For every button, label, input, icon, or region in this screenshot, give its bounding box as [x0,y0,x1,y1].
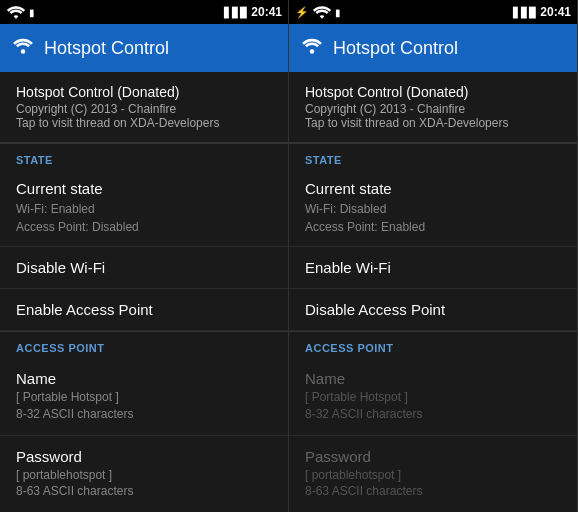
current-state-right[interactable]: Current state Wi-Fi: Disabled Access Poi… [289,170,577,247]
disable-wifi-title-left: Disable Wi-Fi [16,259,272,276]
title-bar-right: Hotspot Control [289,24,577,72]
status-icons-left: ▮ [6,4,35,20]
app-link-right: Tap to visit thread on XDA-Developers [305,116,561,130]
app-copyright-right: Copyright (C) 2013 - Chainfire [305,102,561,116]
ap-name-sub-right: [ Portable Hotspot ] 8-32 ASCII characte… [305,389,561,423]
hotspot-icon-left [12,37,34,60]
ap-password-right: Password [ portablehotspot ] 8-63 ASCII … [289,436,577,512]
battery-icon-right: ▮ [335,7,341,18]
hotspot-icon-right [301,37,323,60]
ap-password-left[interactable]: Password [ portablehotspot ] 8-63 ASCII … [0,436,288,512]
enable-wifi-title-right: Enable Wi-Fi [305,259,561,276]
ap-header-right: ACCESS POINT [289,331,577,358]
signal-icon-right: ▋▊▉ [513,7,537,18]
current-state-title-right: Current state [305,180,561,197]
app-title-right: Hotspot Control (Donated) [305,84,561,100]
enable-wifi-right[interactable]: Enable Wi-Fi [289,247,577,289]
ap-name-right: Name [ Portable Hotspot ] 8-32 ASCII cha… [289,358,577,436]
disable-ap-right[interactable]: Disable Access Point [289,289,577,331]
title-text-left: Hotspot Control [44,38,169,59]
status-right-right: ▋▊▉ 20:41 [513,5,571,19]
enable-ap-title-left: Enable Access Point [16,301,272,318]
ap-password-title-right: Password [305,448,561,465]
enable-ap-left[interactable]: Enable Access Point [0,289,288,331]
app-link-left: Tap to visit thread on XDA-Developers [16,116,272,130]
app-copyright-left: Copyright (C) 2013 - Chainfire [16,102,272,116]
content-left: Hotspot Control (Donated) Copyright (C) … [0,72,288,512]
state-header-left: STATE [0,143,288,170]
status-bar-left: ▮ ▋▊▉ 20:41 [0,0,288,24]
signal-icon-left: ▋▊▉ [224,7,248,18]
ap-name-sub-left: [ Portable Hotspot ] 8-32 ASCII characte… [16,389,272,423]
ap-name-title-left: Name [16,370,272,387]
battery-icon-left: ▮ [29,7,35,18]
ap-name-left[interactable]: Name [ Portable Hotspot ] 8-32 ASCII cha… [0,358,288,436]
panel-left: ▮ ▋▊▉ 20:41 Hotspot Control Hotspot Cont… [0,0,289,512]
ap-password-title-left: Password [16,448,272,465]
status-right-left: ▋▊▉ 20:41 [224,5,282,19]
ap-name-title-right: Name [305,370,561,387]
app-info-left[interactable]: Hotspot Control (Donated) Copyright (C) … [0,72,288,143]
ap-password-sub-left: [ portablehotspot ] 8-63 ASCII character… [16,467,272,501]
disable-ap-title-right: Disable Access Point [305,301,561,318]
wifi-status-right: Wi-Fi: Disabled Access Point: Enabled [305,200,561,236]
svg-point-1 [310,49,315,54]
state-header-right: STATE [289,143,577,170]
status-time-left: 20:41 [251,5,282,19]
content-right: Hotspot Control (Donated) Copyright (C) … [289,72,577,512]
status-time-right: 20:41 [540,5,571,19]
wifi-status-icon [6,4,26,20]
panel-right: ⚡ ▮ ▋▊▉ 20:41 Hotspot Control Hotsp [289,0,578,512]
app-title-left: Hotspot Control (Donated) [16,84,272,100]
usb-icon-right: ⚡ [295,6,309,19]
status-icons-right: ⚡ ▮ [295,4,341,20]
current-state-left[interactable]: Current state Wi-Fi: Enabled Access Poin… [0,170,288,247]
disable-wifi-left[interactable]: Disable Wi-Fi [0,247,288,289]
status-bar-right: ⚡ ▮ ▋▊▉ 20:41 [289,0,577,24]
current-state-title-left: Current state [16,180,272,197]
app-info-right[interactable]: Hotspot Control (Donated) Copyright (C) … [289,72,577,143]
ap-header-left: ACCESS POINT [0,331,288,358]
ap-password-sub-right: [ portablehotspot ] 8-63 ASCII character… [305,467,561,501]
wifi-status-icon-right [312,4,332,20]
wifi-status-left: Wi-Fi: Enabled Access Point: Disabled [16,200,272,236]
title-bar-left: Hotspot Control [0,24,288,72]
svg-point-0 [21,49,26,54]
title-text-right: Hotspot Control [333,38,458,59]
